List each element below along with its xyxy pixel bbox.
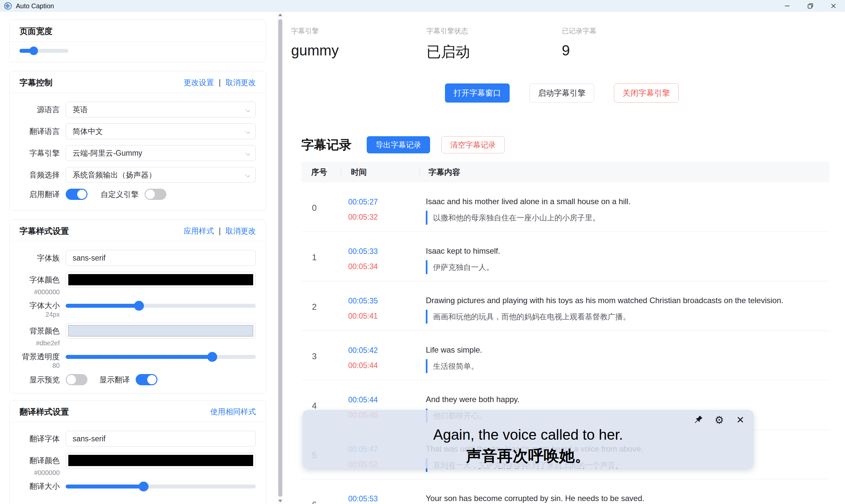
- row-start-time: 00:05:44: [348, 395, 378, 404]
- app-logo-icon: [4, 2, 12, 10]
- close-icon[interactable]: ✕: [735, 414, 746, 426]
- show-preview-label: 显示预览: [19, 375, 66, 385]
- audio-source-label: 音频选择: [19, 170, 66, 180]
- font-size-label: 字体大小: [19, 301, 66, 311]
- target-language-select[interactable]: 简体中文: [66, 123, 256, 139]
- stat-status-value: 已启动: [426, 42, 562, 62]
- translation-font-label: 翻译字体: [19, 434, 66, 444]
- font-family-input[interactable]: [66, 250, 256, 266]
- table-row: 2 00:05:35 00:05:41 Drawing pictures and…: [301, 281, 829, 331]
- row-subtitle-text: Life was simple.: [426, 345, 826, 355]
- translation-bar: [426, 260, 427, 274]
- slider-fill: [66, 304, 139, 308]
- apply-style-link[interactable]: 应用样式: [183, 227, 214, 235]
- caption-text: Again, the voice called to her.: [303, 427, 754, 443]
- column-header-content: 字幕内容: [420, 162, 829, 182]
- row-subtitle-text: Isaac kept to himself.: [426, 246, 826, 256]
- stat-count-label: 已记录字幕: [562, 26, 697, 36]
- scrollbar-thumb[interactable]: [278, 19, 282, 497]
- caption-style-title: 字幕样式设置: [19, 226, 69, 236]
- bg-opacity-value: 80: [19, 362, 66, 370]
- row-translation-text: 生活很简单。: [433, 361, 479, 372]
- chevron-down-icon: [245, 173, 249, 177]
- gear-icon[interactable]: ⚙: [713, 414, 725, 426]
- restore-button[interactable]: [799, 0, 822, 12]
- audio-source-value: 系统音频输出（扬声器）: [73, 170, 156, 180]
- translation-size-label: 翻译大小: [19, 481, 66, 491]
- slider-thumb[interactable]: [207, 352, 217, 362]
- bg-color-picker[interactable]: [66, 323, 256, 339]
- settings-panel: 页面宽度 字幕控制 更改设置 | 取消更改 源语言 英语: [0, 12, 277, 504]
- target-language-label: 翻译语言: [19, 126, 66, 137]
- row-subtitle-text: Isaac and his mother lived alone in a sm…: [426, 197, 826, 206]
- link-separator: |: [219, 78, 221, 87]
- start-engine-button[interactable]: 启动字幕引擎: [529, 84, 594, 103]
- bg-color-swatch: [68, 325, 253, 337]
- scroll-down-arrow[interactable]: [278, 500, 282, 502]
- cancel-style-link[interactable]: 取消更改: [226, 227, 256, 235]
- row-index: 6: [312, 500, 317, 504]
- use-same-style-link[interactable]: 使用相同样式: [210, 407, 256, 416]
- font-size-value: 24px: [19, 311, 66, 318]
- table-row: 6 00:05:53 Your son has become corrupted…: [301, 479, 829, 504]
- pin-icon[interactable]: [692, 414, 704, 426]
- target-language-value: 简体中文: [73, 126, 103, 137]
- slider-thumb[interactable]: [134, 301, 144, 311]
- show-preview-toggle[interactable]: [66, 374, 87, 385]
- row-index: 2: [312, 302, 317, 312]
- row-index: 3: [312, 351, 317, 361]
- translation-font-input[interactable]: [66, 431, 256, 447]
- apply-settings-link[interactable]: 更改设置: [183, 78, 214, 87]
- export-records-button[interactable]: 导出字幕记录: [367, 136, 430, 154]
- table-row: 0 00:05:27 00:05:32 Isaac and his mother…: [301, 182, 829, 232]
- page-width-slider[interactable]: [19, 49, 68, 53]
- enable-translation-toggle[interactable]: [66, 189, 87, 200]
- cancel-settings-link[interactable]: 取消更改: [226, 78, 256, 87]
- table-row: 3 00:05:42 00:05:44 Life was simple. 生活很…: [301, 331, 829, 380]
- font-color-swatch: [68, 274, 253, 285]
- font-size-slider[interactable]: [66, 304, 256, 308]
- row-end-time: 00:05:32: [348, 213, 378, 222]
- row-end-time: 00:05:34: [348, 262, 378, 271]
- custom-engine-label: 自定义引擎: [101, 189, 139, 200]
- translation-size-slider[interactable]: [66, 485, 256, 488]
- row-translation-text: 伊萨克独自一人。: [433, 262, 494, 272]
- row-index: 4: [312, 401, 317, 411]
- row-end-time: 00:05:44: [348, 361, 378, 370]
- open-caption-window-button[interactable]: 打开字幕窗口: [445, 84, 510, 103]
- clear-records-button[interactable]: 清空字幕记录: [441, 136, 505, 154]
- font-color-picker[interactable]: [66, 272, 256, 288]
- engine-label: 字幕引擎: [19, 148, 66, 158]
- stat-engine-value: gummy: [291, 42, 426, 59]
- source-language-select[interactable]: 英语: [66, 102, 256, 118]
- audio-source-select[interactable]: 系统音频输出（扬声器）: [66, 167, 256, 183]
- bg-color-label: 背景颜色: [19, 326, 66, 336]
- app-title: Auto Caption: [16, 2, 54, 10]
- custom-engine-toggle[interactable]: [145, 189, 166, 200]
- column-header-index: 序号: [301, 162, 341, 182]
- bg-opacity-label: 背景透明度: [19, 352, 66, 362]
- stop-engine-button[interactable]: 关闭字幕引擎: [614, 84, 679, 103]
- slider-thumb[interactable]: [29, 47, 38, 55]
- row-start-time: 00:05:35: [348, 296, 378, 305]
- engine-select[interactable]: 云端-阿里云-Gummy: [66, 145, 256, 161]
- row-start-time: 00:05:33: [348, 247, 378, 256]
- engine-stats: 字幕引擎 gummy 字幕引擎状态 已启动 已记录字幕 9: [291, 26, 845, 62]
- minimize-button[interactable]: [776, 0, 799, 12]
- row-subtitle-text: And they were both happy.: [426, 395, 826, 404]
- slider-fill: [66, 355, 212, 359]
- page-width-title: 页面宽度: [19, 26, 52, 37]
- records-title: 字幕记录: [301, 137, 352, 154]
- scroll-up-arrow[interactable]: [278, 14, 282, 16]
- translation-bar: [426, 310, 427, 324]
- table-header: 序号 时间 字幕内容: [301, 162, 829, 182]
- translation-color-picker[interactable]: [66, 452, 256, 468]
- row-index: 1: [312, 252, 317, 263]
- bg-opacity-slider[interactable]: [66, 355, 256, 359]
- show-translation-toggle[interactable]: [136, 374, 157, 385]
- close-window-button[interactable]: [822, 0, 845, 12]
- row-start-time: 00:05:42: [348, 346, 378, 355]
- slider-thumb[interactable]: [139, 482, 148, 491]
- page-width-card: 页面宽度: [9, 19, 266, 62]
- caption-overlay-window[interactable]: ⚙ ✕ Again, the voice called to her. 声音再次…: [303, 410, 754, 468]
